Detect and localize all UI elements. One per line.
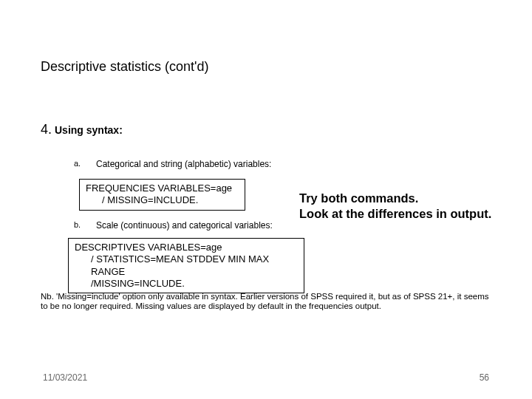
list-marker-a: a. xyxy=(74,159,81,168)
code-line: FREQUENCIES VARIABLES=age xyxy=(86,183,239,194)
section-label: Using syntax: xyxy=(55,124,123,136)
slide-title: Descriptive statistics (cont'd) xyxy=(41,59,209,75)
code-line: DESCRIPTIVES VARIABLES=age xyxy=(75,242,298,253)
list-marker-b: b. xyxy=(74,220,81,229)
side-note: Try both commands. Look at the differenc… xyxy=(299,191,491,221)
code-line: / MISSING=INCLUDE. xyxy=(86,194,239,206)
code-box-descriptives: DESCRIPTIVES VARIABLES=age / STATISTICS=… xyxy=(68,238,304,293)
side-note-line: Look at the differences in output. xyxy=(299,206,491,222)
code-box-frequencies: FREQUENCIES VARIABLES=age / MISSING=INCL… xyxy=(79,179,245,211)
list-text-b: Scale (continuous) and categorical varia… xyxy=(96,220,273,231)
slide: Descriptive statistics (cont'd) 4. Using… xyxy=(0,0,532,399)
side-note-line: Try both commands. xyxy=(299,191,491,206)
note-text: Nb. 'Missing=include' option only availa… xyxy=(41,292,493,311)
list-text-a: Categorical and string (alphabetic) vari… xyxy=(96,159,271,169)
code-line: /MISSING=INCLUDE. xyxy=(75,278,298,290)
section-number: 4. xyxy=(41,122,52,137)
code-line: / STATISTICS=MEAN STDDEV MIN MAX RANGE xyxy=(75,253,298,278)
footer-page-number: 56 xyxy=(480,372,489,383)
footer-date: 11/03/2021 xyxy=(43,372,87,383)
